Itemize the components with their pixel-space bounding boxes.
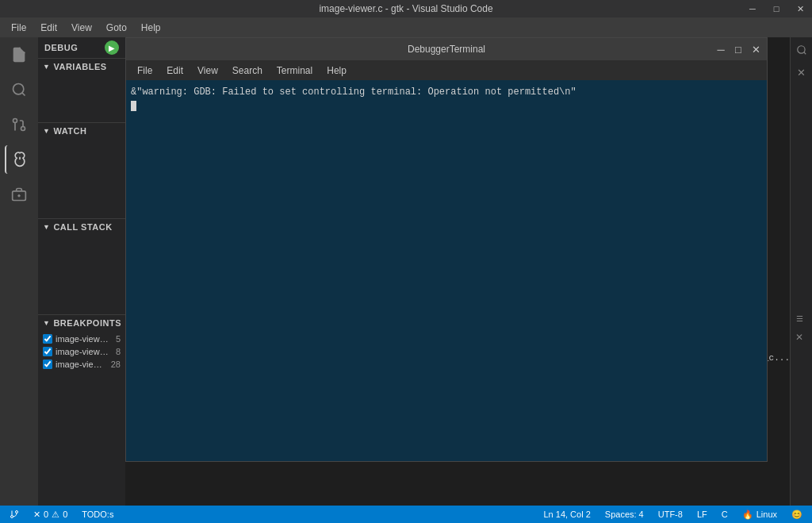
- variables-label: VARIABLES: [53, 62, 106, 71]
- debugger-title: DebuggerTerminal: [408, 44, 485, 55]
- callstack-label: CALL STACK: [53, 222, 112, 232]
- cursor-position-text: Ln 14, Col 2: [543, 510, 590, 519]
- activity-bar: [0, 37, 38, 506]
- menu-file[interactable]: File: [5, 21, 33, 35]
- watch-section: ▼ WATCH: [38, 122, 125, 218]
- variables-content: [38, 75, 125, 122]
- spaces-status[interactable]: Spaces: 4: [602, 506, 647, 523]
- status-right: Ln 14, Col 2 Spaces: 4 UTF-8 LF C 🔥 Linu…: [540, 506, 806, 523]
- terminal-output[interactable]: &"warning: GDB: Failed to set controllin…: [126, 80, 767, 461]
- main-layout: DEBUG ▶ ▼ VARIABLES ▼ WATCH ▼ CALL STACK: [0, 37, 812, 506]
- terminal-line-1: &"warning: GDB: Failed to set controllin…: [131, 85, 762, 99]
- debugger-menu-file[interactable]: File: [131, 63, 159, 78]
- breakpoint-line-3: 28: [111, 360, 121, 369]
- debug-play-button[interactable]: ▶: [105, 40, 119, 55]
- breakpoint-file-3: image-viewer.c: [56, 360, 108, 369]
- terminal-cursor-line: [131, 99, 762, 113]
- menu-help[interactable]: Help: [135, 21, 167, 35]
- variables-section: ▼ VARIABLES: [38, 58, 125, 122]
- debugger-menu-bar: File Edit View Search Terminal Help: [126, 60, 767, 80]
- activity-extensions[interactable]: [5, 180, 33, 209]
- close-button[interactable]: ✕: [788, 0, 812, 17]
- breakpoint-file-1: image-viewer.c: [56, 334, 113, 344]
- language-text: C: [722, 510, 728, 519]
- breakpoint-line-1: 5: [116, 334, 121, 344]
- debugger-terminal-dialog: DebuggerTerminal ─ □ ✕ File Edit View Se…: [125, 37, 768, 462]
- watch-label: WATCH: [53, 126, 86, 136]
- variables-arrow: ▼: [43, 63, 50, 71]
- dialog-restore-button[interactable]: □: [730, 41, 746, 57]
- todo-status[interactable]: TODO:s: [79, 506, 117, 523]
- status-left: ✕ 0 ⚠ 0 TODO:s: [6, 506, 117, 523]
- right-close-icon[interactable]: ✕: [792, 63, 811, 82]
- activity-search[interactable]: [5, 75, 33, 104]
- menu-bar: File Edit View Goto Help: [0, 17, 812, 37]
- callstack-section: ▼ CALL STACK: [38, 218, 125, 314]
- debugger-menu-terminal[interactable]: Terminal: [270, 63, 319, 78]
- dialog-controls: ─ □ ✕: [713, 38, 764, 60]
- debugger-title-bar: DebuggerTerminal ─ □ ✕: [126, 38, 767, 60]
- breakpoints-content: image-viewer.c 5 image-viewer.c 8 image-…: [38, 331, 125, 372]
- language-status[interactable]: C: [718, 506, 731, 523]
- fire-icon: 🔥: [742, 510, 753, 520]
- feedback-status[interactable]: 😊: [788, 506, 806, 523]
- menu-goto[interactable]: Goto: [100, 21, 133, 35]
- breakpoints-header[interactable]: ▼ BREAKPOINTS: [38, 315, 125, 331]
- svg-line-11: [803, 52, 806, 55]
- callstack-content: [38, 235, 125, 314]
- menu-view[interactable]: View: [65, 21, 98, 35]
- debug-header: DEBUG ▶: [38, 37, 125, 58]
- svg-point-0: [13, 84, 24, 94]
- activity-source-control[interactable]: [5, 110, 33, 139]
- breakpoints-arrow: ▼: [43, 319, 50, 327]
- breakpoint-item[interactable]: image-viewer.c 28: [38, 358, 125, 371]
- svg-point-14: [11, 516, 13, 518]
- window-title: image-viewer.c - gtk - Visual Studio Cod…: [319, 3, 492, 14]
- debugger-menu-search[interactable]: Search: [226, 63, 269, 78]
- dialog-minimize-button[interactable]: ─: [713, 41, 729, 57]
- callstack-header[interactable]: ▼ CALL STACK: [38, 219, 125, 235]
- right-search-icon[interactable]: [792, 40, 811, 60]
- right-list-icon[interactable]: ☰: [790, 309, 809, 328]
- window-controls: ─ □ ✕: [741, 0, 812, 17]
- errors-status[interactable]: ✕ 0 ⚠ 0: [30, 506, 71, 523]
- activity-debug[interactable]: [5, 145, 33, 174]
- breakpoint-item[interactable]: image-viewer.c 8: [38, 345, 125, 358]
- watch-header[interactable]: ▼ WATCH: [38, 123, 125, 139]
- todo-label: TODO:s: [82, 510, 113, 519]
- encoding-status[interactable]: UTF-8: [655, 506, 686, 523]
- minimize-button[interactable]: ─: [741, 0, 764, 17]
- variables-header[interactable]: ▼ VARIABLES: [38, 59, 125, 75]
- breakpoints-section: ▼ BREAKPOINTS image-viewer.c 5 image-vie…: [38, 314, 125, 372]
- debugger-menu-view[interactable]: View: [191, 63, 224, 78]
- activity-files[interactable]: [5, 40, 33, 69]
- restore-button[interactable]: □: [764, 0, 788, 17]
- warning-icon: ⚠: [52, 510, 59, 520]
- callstack-arrow: ▼: [43, 223, 50, 231]
- line-ending-status[interactable]: LF: [694, 506, 710, 523]
- debugger-menu-help[interactable]: Help: [320, 63, 353, 78]
- breakpoint-item[interactable]: image-viewer.c 5: [38, 333, 125, 345]
- menu-edit[interactable]: Edit: [34, 21, 63, 35]
- watch-content: [38, 139, 125, 218]
- breakpoint-checkbox-2[interactable]: [43, 347, 52, 356]
- right-overlay-panel: ✕ ☰ ✕: [790, 37, 812, 506]
- line-ending-text: LF: [697, 510, 707, 519]
- right-close-icon-2[interactable]: ✕: [790, 328, 809, 347]
- git-branch-status[interactable]: [6, 506, 22, 523]
- svg-point-3: [13, 119, 17, 123]
- spaces-text: Spaces: 4: [605, 510, 644, 519]
- dialog-close-button[interactable]: ✕: [748, 41, 764, 57]
- title-bar: image-viewer.c - gtk - Visual Studio Cod…: [0, 0, 812, 17]
- svg-point-10: [797, 46, 804, 53]
- breakpoint-file-2: image-viewer.c: [56, 347, 113, 356]
- platform-text: Linux: [756, 510, 777, 519]
- cursor-position-status[interactable]: Ln 14, Col 2: [540, 506, 593, 523]
- breakpoint-checkbox-3[interactable]: [43, 360, 52, 369]
- breakpoint-checkbox-1[interactable]: [43, 334, 52, 344]
- platform-status[interactable]: 🔥 Linux: [739, 506, 780, 523]
- encoding-text: UTF-8: [658, 510, 683, 519]
- debug-sidebar: DEBUG ▶ ▼ VARIABLES ▼ WATCH ▼ CALL STACK: [38, 37, 125, 506]
- git-branch-icon: [10, 510, 19, 519]
- debugger-menu-edit[interactable]: Edit: [160, 63, 190, 78]
